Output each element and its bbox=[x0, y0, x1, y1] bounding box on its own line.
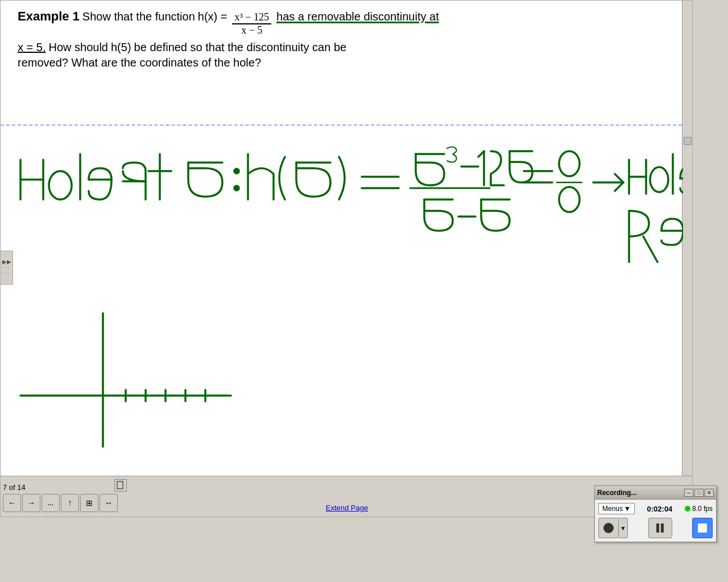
record-dropdown-button[interactable]: ▼ bbox=[619, 518, 628, 538]
toolbar-buttons: ← → ... ↑ ⊞ ↔ bbox=[1, 492, 120, 514]
example-h5-label: h(5) bbox=[111, 41, 131, 54]
extend-page-link[interactable]: Extend Page bbox=[326, 504, 368, 512]
svg-point-2 bbox=[234, 186, 239, 190]
dropdown-arrow: ▼ bbox=[624, 505, 631, 513]
recording-titlebar: Recording... ─ □ ✕ bbox=[595, 486, 716, 500]
scrollbar-thumb[interactable] bbox=[684, 137, 692, 145]
record-button[interactable] bbox=[598, 518, 619, 538]
example-line3: removed? What are the coordinates of the… bbox=[18, 56, 261, 69]
more-button[interactable]: ... bbox=[42, 494, 60, 512]
svg-point-3 bbox=[559, 151, 580, 176]
example-hx-label: h(x) = bbox=[198, 10, 228, 23]
example-how-should: How should bbox=[48, 41, 108, 54]
scrollbar[interactable] bbox=[682, 1, 692, 517]
fraction-numerator: x³ − 125 bbox=[232, 11, 271, 24]
pause-bar-left bbox=[656, 523, 659, 533]
example-text-part1: Show that the function bbox=[82, 10, 195, 23]
example-section: Example 1 Show that the function h(x) = … bbox=[18, 9, 675, 69]
page-icon[interactable] bbox=[114, 479, 127, 492]
example-title: Example 1 bbox=[18, 9, 80, 24]
recording-widget: Recording... ─ □ ✕ Menus ▼ 0:02:04 8.0 f… bbox=[594, 485, 717, 542]
whiteboard: ▶▶· · ·· · · Example 1 Show that the fun… bbox=[0, 0, 693, 517]
record-button-group: ▼ bbox=[598, 518, 628, 538]
section-divider bbox=[1, 124, 682, 126]
window-controls: ─ □ ✕ bbox=[684, 489, 714, 497]
example-text-part3: be defined so that the discontinuity can… bbox=[134, 41, 347, 54]
restore-button[interactable]: □ bbox=[694, 489, 704, 497]
stop-button[interactable] bbox=[692, 518, 713, 538]
example-fraction: x³ − 125 x − 5 bbox=[232, 11, 271, 36]
stop-icon bbox=[698, 523, 707, 533]
monitor-button[interactable]: ⊞ bbox=[80, 494, 98, 512]
fps-status-dot bbox=[685, 506, 690, 512]
fps-value: 8.0 fps bbox=[692, 505, 713, 513]
example-x5-label: x = 5. bbox=[18, 41, 46, 54]
menu-dropdown[interactable]: Menus ▼ bbox=[598, 503, 635, 514]
resize-button[interactable]: ↔ bbox=[100, 494, 118, 512]
bottom-toolbar: 7 of 14 ← → ... ↑ ⊞ ↔ Extend Page bbox=[1, 476, 693, 517]
svg-point-1 bbox=[234, 169, 239, 173]
pause-button[interactable] bbox=[648, 518, 672, 538]
svg-point-5 bbox=[650, 167, 668, 192]
timer-display: 0:02:04 bbox=[647, 505, 673, 513]
recording-body: Menus ▼ 0:02:04 8.0 fps ▼ bbox=[595, 500, 716, 542]
svg-point-0 bbox=[49, 171, 72, 199]
recording-row1: Menus ▼ 0:02:04 8.0 fps bbox=[598, 503, 713, 514]
page-counter: 7 of 14 bbox=[3, 483, 26, 492]
pause-bar-right bbox=[661, 523, 664, 533]
scroll-up-button[interactable]: ↑ bbox=[61, 494, 79, 512]
example-text-part2: has a removable discontinuity at bbox=[276, 10, 439, 23]
recording-row2: ▼ bbox=[598, 518, 713, 538]
menu-label: Menus bbox=[602, 505, 623, 513]
recording-title: Recording... bbox=[597, 489, 636, 497]
fps-indicator: 8.0 fps bbox=[685, 505, 713, 513]
prev-button[interactable]: ← bbox=[3, 494, 21, 512]
handwritten-content bbox=[1, 131, 683, 517]
svg-point-4 bbox=[559, 187, 580, 212]
next-button[interactable]: → bbox=[22, 494, 40, 512]
minimize-button[interactable]: ─ bbox=[684, 489, 693, 497]
record-circle-icon bbox=[603, 523, 614, 533]
close-button[interactable]: ✕ bbox=[705, 489, 714, 497]
fraction-denominator: x − 5 bbox=[239, 24, 264, 36]
